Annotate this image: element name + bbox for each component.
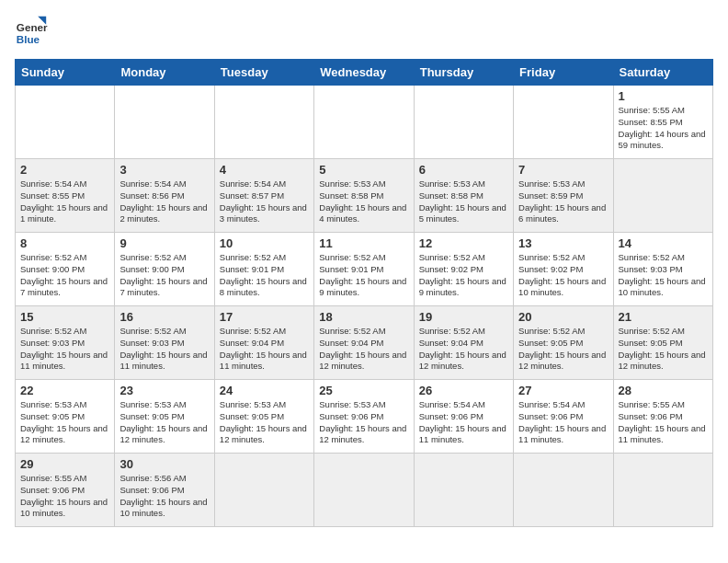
calendar-day-empty xyxy=(613,159,712,233)
calendar: SundayMondayTuesdayWednesdayThursdayFrid… xyxy=(15,59,713,527)
calendar-day-empty xyxy=(514,454,613,527)
day-number: 24 xyxy=(220,384,309,397)
day-info: Sunrise: 5:52 AMSunset: 9:03 PMDaylight:… xyxy=(119,326,209,373)
day-number: 11 xyxy=(319,236,408,250)
day-info: Sunrise: 5:53 AMSunset: 8:59 PMDaylight:… xyxy=(518,178,608,225)
day-info: Sunrise: 5:52 AMSunset: 9:05 PMDaylight:… xyxy=(619,326,708,373)
calendar-day: 1Sunrise: 5:55 AMSunset: 8:55 PMDaylight… xyxy=(613,86,712,159)
logo: General Blue xyxy=(15,15,48,48)
day-info: Sunrise: 5:52 AMSunset: 9:03 PMDaylight:… xyxy=(619,252,708,299)
calendar-body: 1Sunrise: 5:55 AMSunset: 8:55 PMDaylight… xyxy=(16,86,713,527)
day-info: Sunrise: 5:55 AMSunset: 9:06 PMDaylight:… xyxy=(619,399,708,446)
day-number: 27 xyxy=(518,384,608,397)
day-info: Sunrise: 5:54 AMSunset: 8:55 PMDaylight:… xyxy=(20,178,109,225)
day-info: Sunrise: 5:53 AMSunset: 9:06 PMDaylight:… xyxy=(319,399,408,446)
calendar-day-empty xyxy=(314,86,414,159)
calendar-day: 13Sunrise: 5:52 AMSunset: 9:02 PMDayligh… xyxy=(514,233,613,306)
day-info: Sunrise: 5:53 AMSunset: 9:05 PMDaylight:… xyxy=(220,399,309,446)
day-info: Sunrise: 5:54 AMSunset: 9:06 PMDaylight:… xyxy=(518,399,608,446)
calendar-day: 28Sunrise: 5:55 AMSunset: 9:06 PMDayligh… xyxy=(613,380,712,454)
day-info: Sunrise: 5:54 AMSunset: 9:06 PMDaylight:… xyxy=(419,399,508,446)
calendar-day: 30Sunrise: 5:56 AMSunset: 9:06 PMDayligh… xyxy=(115,454,214,527)
weekday-header: Monday xyxy=(115,60,214,86)
calendar-day: 12Sunrise: 5:52 AMSunset: 9:02 PMDayligh… xyxy=(414,233,513,306)
calendar-day-empty xyxy=(16,86,115,159)
day-info: Sunrise: 5:52 AMSunset: 9:04 PMDaylight:… xyxy=(319,326,408,373)
calendar-day: 24Sunrise: 5:53 AMSunset: 9:05 PMDayligh… xyxy=(214,380,313,454)
calendar-day-empty xyxy=(115,86,214,159)
calendar-day: 26Sunrise: 5:54 AMSunset: 9:06 PMDayligh… xyxy=(414,380,513,454)
day-info: Sunrise: 5:52 AMSunset: 9:01 PMDaylight:… xyxy=(319,252,408,299)
calendar-week-row: 22Sunrise: 5:53 AMSunset: 9:05 PMDayligh… xyxy=(16,380,713,454)
calendar-day: 3Sunrise: 5:54 AMSunset: 8:56 PMDaylight… xyxy=(115,159,214,233)
day-number: 17 xyxy=(220,310,309,324)
day-number: 28 xyxy=(619,384,708,397)
day-info: Sunrise: 5:52 AMSunset: 9:04 PMDaylight:… xyxy=(419,326,508,373)
day-info: Sunrise: 5:52 AMSunset: 9:03 PMDaylight:… xyxy=(20,326,109,373)
calendar-day: 2Sunrise: 5:54 AMSunset: 8:55 PMDaylight… xyxy=(16,159,115,233)
logo-icon: General Blue xyxy=(15,15,48,48)
day-info: Sunrise: 5:54 AMSunset: 8:57 PMDaylight:… xyxy=(220,178,309,225)
calendar-day: 22Sunrise: 5:53 AMSunset: 9:05 PMDayligh… xyxy=(16,380,115,454)
day-number: 30 xyxy=(119,457,209,471)
day-number: 6 xyxy=(419,163,508,177)
day-info: Sunrise: 5:56 AMSunset: 9:06 PMDaylight:… xyxy=(119,473,209,520)
calendar-day: 29Sunrise: 5:55 AMSunset: 9:06 PMDayligh… xyxy=(16,454,115,527)
day-number: 29 xyxy=(20,457,109,471)
weekday-header: Wednesday xyxy=(314,60,414,86)
day-info: Sunrise: 5:52 AMSunset: 9:00 PMDaylight:… xyxy=(20,252,109,299)
calendar-day: 27Sunrise: 5:54 AMSunset: 9:06 PMDayligh… xyxy=(514,380,613,454)
day-number: 15 xyxy=(20,310,109,324)
day-info: Sunrise: 5:54 AMSunset: 8:56 PMDaylight:… xyxy=(119,178,209,225)
calendar-day: 18Sunrise: 5:52 AMSunset: 9:04 PMDayligh… xyxy=(314,306,414,380)
svg-text:Blue: Blue xyxy=(17,33,40,45)
day-number: 8 xyxy=(20,236,109,250)
calendar-day: 19Sunrise: 5:52 AMSunset: 9:04 PMDayligh… xyxy=(414,306,513,380)
day-info: Sunrise: 5:55 AMSunset: 8:55 PMDaylight:… xyxy=(619,105,708,152)
calendar-day-empty xyxy=(414,454,513,527)
weekday-header: Tuesday xyxy=(214,60,313,86)
day-info: Sunrise: 5:53 AMSunset: 8:58 PMDaylight:… xyxy=(419,178,508,225)
calendar-day: 11Sunrise: 5:52 AMSunset: 9:01 PMDayligh… xyxy=(314,233,414,306)
calendar-day-empty xyxy=(214,454,313,527)
day-number: 18 xyxy=(319,310,408,324)
day-info: Sunrise: 5:52 AMSunset: 9:02 PMDaylight:… xyxy=(419,252,508,299)
calendar-day-empty xyxy=(314,454,414,527)
calendar-day: 6Sunrise: 5:53 AMSunset: 8:58 PMDaylight… xyxy=(414,159,513,233)
calendar-day: 5Sunrise: 5:53 AMSunset: 8:58 PMDaylight… xyxy=(314,159,414,233)
calendar-day: 23Sunrise: 5:53 AMSunset: 9:05 PMDayligh… xyxy=(115,380,214,454)
day-info: Sunrise: 5:53 AMSunset: 9:05 PMDaylight:… xyxy=(119,399,209,446)
calendar-week-row: 1Sunrise: 5:55 AMSunset: 8:55 PMDaylight… xyxy=(16,86,713,159)
day-number: 16 xyxy=(119,310,209,324)
calendar-day: 7Sunrise: 5:53 AMSunset: 8:59 PMDaylight… xyxy=(514,159,613,233)
day-number: 20 xyxy=(518,310,608,324)
day-number: 22 xyxy=(20,384,109,397)
weekday-header: Saturday xyxy=(613,60,712,86)
day-number: 2 xyxy=(20,163,109,177)
calendar-day-empty xyxy=(414,86,513,159)
calendar-week-row: 2Sunrise: 5:54 AMSunset: 8:55 PMDaylight… xyxy=(16,159,713,233)
day-number: 9 xyxy=(119,236,209,250)
calendar-day: 4Sunrise: 5:54 AMSunset: 8:57 PMDaylight… xyxy=(214,159,313,233)
calendar-week-row: 15Sunrise: 5:52 AMSunset: 9:03 PMDayligh… xyxy=(16,306,713,380)
day-number: 12 xyxy=(419,236,508,250)
calendar-day-empty xyxy=(514,86,613,159)
day-info: Sunrise: 5:52 AMSunset: 9:02 PMDaylight:… xyxy=(518,252,608,299)
day-info: Sunrise: 5:53 AMSunset: 8:58 PMDaylight:… xyxy=(319,178,408,225)
calendar-day: 10Sunrise: 5:52 AMSunset: 9:01 PMDayligh… xyxy=(214,233,313,306)
day-number: 14 xyxy=(619,236,708,250)
day-number: 26 xyxy=(419,384,508,397)
calendar-day: 20Sunrise: 5:52 AMSunset: 9:05 PMDayligh… xyxy=(514,306,613,380)
weekday-header: Thursday xyxy=(414,60,513,86)
calendar-week-row: 29Sunrise: 5:55 AMSunset: 9:06 PMDayligh… xyxy=(16,454,713,527)
day-info: Sunrise: 5:55 AMSunset: 9:06 PMDaylight:… xyxy=(20,473,109,520)
calendar-day: 25Sunrise: 5:53 AMSunset: 9:06 PMDayligh… xyxy=(314,380,414,454)
day-number: 7 xyxy=(518,163,608,177)
calendar-day: 16Sunrise: 5:52 AMSunset: 9:03 PMDayligh… xyxy=(115,306,214,380)
day-number: 23 xyxy=(119,384,209,397)
day-number: 5 xyxy=(319,163,408,177)
day-number: 3 xyxy=(119,163,209,177)
calendar-day: 8Sunrise: 5:52 AMSunset: 9:00 PMDaylight… xyxy=(16,233,115,306)
day-info: Sunrise: 5:52 AMSunset: 9:04 PMDaylight:… xyxy=(220,326,309,373)
day-number: 1 xyxy=(619,89,708,103)
